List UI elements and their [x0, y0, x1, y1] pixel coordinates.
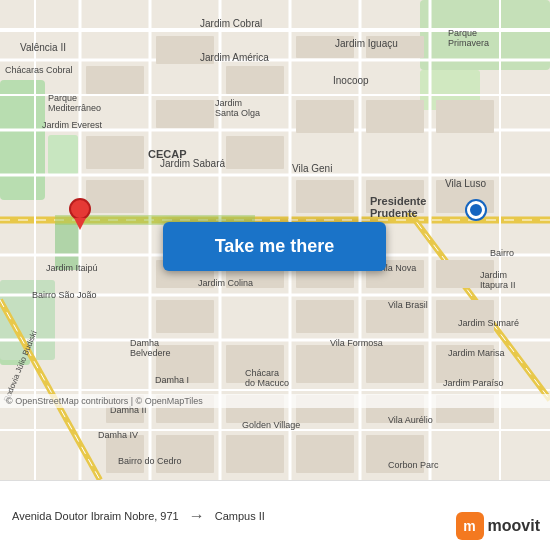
location-pin — [68, 198, 92, 230]
svg-rect-34 — [156, 36, 214, 64]
route-from: Avenida Doutor Ibraim Nobre, 971 — [12, 510, 179, 522]
take-me-there-button[interactable]: Take me there — [163, 222, 386, 271]
svg-rect-60 — [366, 345, 424, 383]
svg-rect-57 — [156, 345, 214, 383]
svg-rect-42 — [366, 100, 424, 133]
svg-rect-71 — [296, 435, 354, 473]
svg-rect-39 — [86, 136, 144, 169]
svg-rect-36 — [156, 100, 214, 128]
svg-rect-46 — [366, 180, 424, 213]
map-copyright: © OpenStreetMap contributors | © OpenMap… — [0, 394, 550, 408]
svg-rect-41 — [296, 100, 354, 133]
svg-rect-56 — [436, 300, 494, 333]
svg-rect-68 — [106, 435, 144, 473]
route-to: Campus II — [215, 510, 265, 522]
moovit-text: moovit — [488, 517, 540, 535]
map-container: Valência II Chácaras Cobral ParqueMedite… — [0, 0, 550, 480]
svg-rect-45 — [296, 180, 354, 213]
svg-rect-44 — [86, 180, 144, 213]
svg-rect-53 — [156, 300, 214, 333]
moovit-icon: m — [456, 512, 484, 540]
moovit-logo: m moovit — [456, 512, 540, 540]
svg-rect-35 — [226, 66, 284, 94]
svg-rect-47 — [436, 180, 494, 213]
svg-rect-69 — [156, 435, 214, 473]
bottom-bar: Avenida Doutor Ibraim Nobre, 971 → Campu… — [0, 480, 550, 550]
svg-rect-1 — [0, 80, 45, 200]
svg-rect-59 — [296, 345, 354, 383]
svg-rect-40 — [226, 136, 284, 169]
svg-rect-54 — [296, 300, 354, 333]
svg-rect-37 — [296, 36, 354, 58]
svg-rect-72 — [366, 435, 424, 473]
pin-head — [69, 198, 91, 220]
pin-tail — [74, 218, 86, 230]
svg-rect-70 — [226, 435, 284, 473]
svg-rect-33 — [86, 66, 144, 94]
destination-dot — [467, 201, 485, 219]
svg-rect-61 — [436, 345, 494, 383]
svg-rect-38 — [366, 36, 424, 58]
svg-rect-52 — [436, 260, 494, 288]
route-arrow: → — [189, 507, 205, 525]
svg-rect-43 — [436, 100, 494, 133]
svg-rect-2 — [48, 135, 78, 175]
svg-rect-55 — [366, 300, 424, 333]
svg-rect-58 — [226, 345, 284, 383]
